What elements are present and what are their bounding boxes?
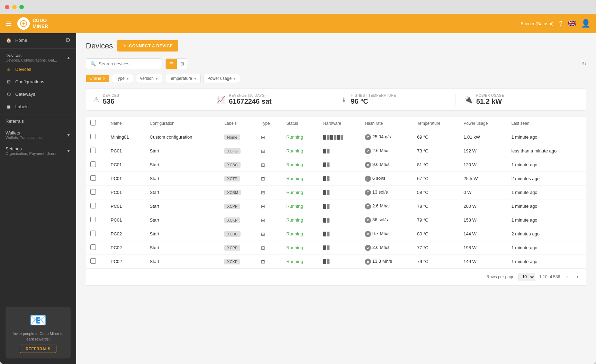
flag-icon[interactable]: 🇬🇧 <box>568 20 576 27</box>
label-badge: XCPP <box>224 204 240 209</box>
hardware-bar <box>323 218 356 223</box>
filter-chip-close[interactable]: × <box>103 76 106 81</box>
td-config: Start <box>146 199 220 213</box>
hw-segment <box>323 232 326 236</box>
toolbar: 🔍 ☰ ⊞ ↻ <box>86 58 586 69</box>
hash-icon: Z <box>365 245 371 251</box>
th-lastseen[interactable]: Last seen <box>507 116 586 130</box>
user-icon[interactable]: 👤 <box>581 19 590 28</box>
td-status: Running <box>282 158 319 172</box>
label-badge: XCBC <box>224 231 241 237</box>
stat-temperature: 🌡 HIGHEST TEMPERATURE 96 °C <box>332 94 455 105</box>
main-content: Devices ＋ CONNECT A DEVICE 🔍 ☰ <box>76 33 596 364</box>
rows-per-page-select[interactable]: 10 25 50 <box>518 273 535 281</box>
sidebar-wallets-title: Wallets <box>6 130 42 136</box>
sidebar-group-devices[interactable]: Devices Devices, Configurations, Gat... … <box>0 50 76 63</box>
hamburger-menu[interactable]: ☰ <box>6 19 12 28</box>
td-config: Start <box>146 186 220 199</box>
sidebar-group-referrals[interactable]: Referrals <box>0 116 76 124</box>
sidebar-group-wallets[interactable]: Wallets Wallets, Transactions ▼ <box>0 128 76 140</box>
th-hashrate[interactable]: Hash rate <box>361 116 413 130</box>
hw-segment <box>327 245 329 250</box>
th-name[interactable]: Name ↑ <box>107 116 146 130</box>
row-checkbox[interactable] <box>90 231 96 236</box>
th-labels[interactable]: Labels <box>220 116 256 130</box>
th-hardware[interactable]: Hardware <box>319 116 361 130</box>
filter-version[interactable]: Version ▼ <box>136 74 162 83</box>
stat-temp-value: 96 °C <box>351 97 396 105</box>
row-checkbox[interactable] <box>90 217 96 222</box>
hw-segment <box>341 135 343 140</box>
row-checkbox[interactable] <box>90 258 96 264</box>
td-type: ⊞ <box>257 186 282 199</box>
search-input[interactable] <box>99 61 157 66</box>
stat-power: 🔌 POWER USAGE 51.2 kW <box>455 94 579 105</box>
row-checkbox[interactable] <box>90 203 96 208</box>
hw-segment <box>323 190 326 195</box>
sidebar-item-labels[interactable]: ◼ Labels <box>0 100 76 113</box>
sidebar-item-gateways[interactable]: ⬡ Gateways <box>0 88 76 100</box>
label-badge: XCFG <box>224 148 241 154</box>
revenue-stat-icon: 📈 <box>217 95 225 104</box>
td-temperature: 78 °C <box>413 199 459 213</box>
next-page-button[interactable]: › <box>575 273 580 281</box>
td-type: ⊞ <box>257 241 282 255</box>
help-icon[interactable]: ? <box>559 20 562 27</box>
td-temperature: 58 °C <box>413 186 459 199</box>
hardware-bar <box>323 204 356 209</box>
td-temperature: 69 °C <box>413 130 459 144</box>
list-view-button[interactable]: ☰ <box>166 59 177 69</box>
row-checkbox[interactable] <box>90 244 96 250</box>
row-checkbox[interactable] <box>90 161 96 167</box>
home-settings-icon[interactable]: ⚙ <box>65 36 71 44</box>
app-window: ☰ CUDOMINER Bitcoin (Satoshi) ? 🇬🇧 👤 <box>0 0 596 364</box>
row-checkbox[interactable] <box>90 189 96 195</box>
refresh-button[interactable]: ↻ <box>582 60 586 67</box>
td-checkbox <box>86 227 107 241</box>
row-checkbox[interactable] <box>90 148 96 153</box>
hw-segment <box>327 204 329 209</box>
filter-type[interactable]: Type ▼ <box>112 74 133 83</box>
hw-segment <box>334 135 336 140</box>
minimize-dot[interactable] <box>12 5 17 9</box>
os-icon: ⊞ <box>261 134 265 140</box>
search-box: 🔍 <box>86 58 162 69</box>
grid-view-button[interactable]: ⊞ <box>177 59 188 69</box>
hw-segment <box>327 135 329 140</box>
hash-icon: B <box>365 259 371 265</box>
sidebar-group-settings[interactable]: Settings Organisation, Payment, Users ▼ <box>0 143 76 156</box>
row-checkbox[interactable] <box>90 134 96 139</box>
td-temperature: 80 °C <box>413 227 459 241</box>
th-configuration[interactable]: Configuration <box>146 116 220 130</box>
th-status[interactable]: Status <box>282 116 319 130</box>
connect-device-button[interactable]: ＋ CONNECT A DEVICE <box>117 40 178 52</box>
select-all-checkbox[interactable] <box>90 120 96 125</box>
td-name: PC01 <box>107 158 146 172</box>
wallets-collapse-icon: ▼ <box>66 133 71 138</box>
td-hardware <box>319 130 361 144</box>
sidebar-item-home[interactable]: 🏠 Home ⚙ <box>0 33 76 47</box>
th-power[interactable]: Power usage <box>459 116 507 130</box>
sidebar-item-configurations[interactable]: ⊞ Configurations <box>0 75 76 88</box>
prev-page-button[interactable]: ‹ <box>564 273 570 281</box>
filter-power-usage[interactable]: Power usage ▼ <box>204 74 240 83</box>
stat-power-label: POWER USAGE <box>476 94 504 97</box>
td-label: Home <box>220 130 256 144</box>
sidebar-item-devices[interactable]: ⚠ Devices <box>0 63 76 75</box>
maximize-dot[interactable] <box>19 5 24 9</box>
hash-icon: T <box>365 189 371 196</box>
row-checkbox[interactable] <box>90 175 96 181</box>
referrals-button[interactable]: REFERRALS <box>20 345 56 353</box>
devices-table: Name ↑ Configuration Labels Type Status … <box>86 116 586 268</box>
td-lastseen: 1 minute ago <box>507 186 586 199</box>
th-type[interactable]: Type <box>257 116 282 130</box>
filter-temperature-label: Temperature <box>169 76 192 81</box>
hw-segment <box>330 135 333 140</box>
td-hardware <box>319 199 361 213</box>
th-temperature[interactable]: Temperature <box>413 116 459 130</box>
filter-temperature[interactable]: Temperature ▼ <box>165 74 201 83</box>
app-body: ☰ CUDOMINER Bitcoin (Satoshi) ? 🇬🇧 👤 <box>0 14 596 364</box>
td-hashrate: B 9.6 Mh/s <box>361 158 413 172</box>
td-name: PC01 <box>107 199 146 213</box>
close-dot[interactable] <box>5 5 9 9</box>
